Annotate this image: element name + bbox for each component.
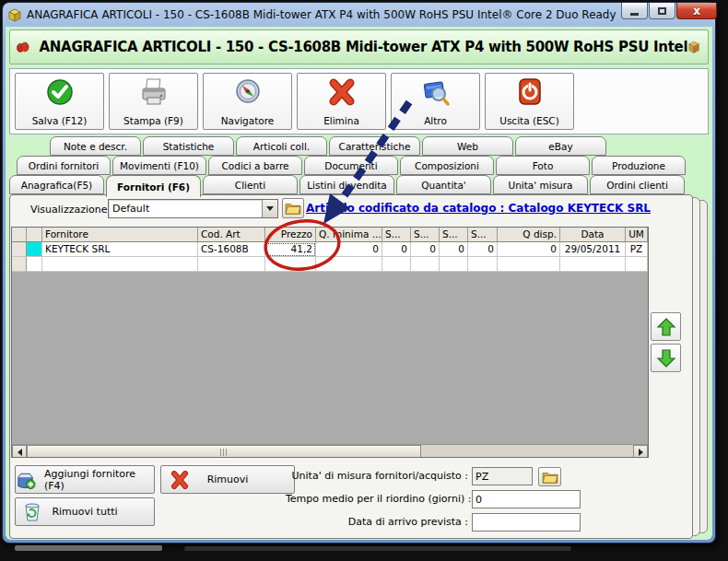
exit-button[interactable]: Uscita (ESC) (485, 73, 574, 130)
tab-anagrafica[interactable]: Anagrafica(F5) (9, 175, 104, 194)
cell-fornitore[interactable]: KEYTECK SRL (42, 242, 198, 257)
tab-listini-di-vendita[interactable]: Listini di vendita (299, 175, 394, 194)
cell-s1[interactable]: 0 (382, 242, 411, 257)
add-supplier-button[interactable]: Aggiungi fornitore (F4) (15, 465, 155, 494)
navigator-button-label: Navigatore (221, 115, 275, 126)
empty-cell[interactable] (42, 257, 198, 272)
empty-cell[interactable] (411, 257, 440, 272)
tab-ebay[interactable]: eBay (515, 136, 606, 156)
unit-of-measure-label: Unita' di misura fornitori/acquisto : (286, 470, 468, 482)
tab-codici-a-barre[interactable]: Codici a barre (208, 156, 302, 175)
strawberry-icon (16, 33, 30, 61)
move-up-button[interactable] (651, 312, 681, 341)
green-check-icon (45, 77, 75, 107)
navigator-button[interactable]: Navigatore (203, 73, 292, 130)
tab-quantita[interactable]: Quantita' (396, 175, 491, 194)
tab-fornitori-active[interactable]: Fornitori (F6) (106, 175, 201, 197)
recycle-bin-icon (23, 502, 41, 522)
scrollbar-track[interactable] (421, 445, 633, 458)
tab-unita-misura[interactable]: Unita' misura (493, 175, 588, 194)
tab-label: Articoli coll. (253, 141, 310, 152)
tab-row-1: Note e descr. Statistiche Articoli coll.… (50, 136, 608, 156)
view-combobox[interactable]: Default (108, 199, 278, 218)
empty-cell[interactable] (498, 257, 560, 272)
cell-cod-art[interactable]: CS-1608B (198, 242, 265, 257)
window-title: ANAGRAFICA ARTICOLI - 150 - CS-1608B Mid… (27, 8, 616, 21)
remove-all-button[interactable]: Rimuovi tutti (15, 497, 155, 526)
tab-documenti[interactable]: Documenti (304, 156, 398, 175)
header-s4: S... (468, 228, 498, 242)
cell-um[interactable]: PZ (626, 242, 648, 257)
tab-produzione[interactable]: Produzione (592, 156, 686, 175)
tab-label: Statistiche (163, 141, 215, 152)
tab-web[interactable]: Web (422, 136, 513, 156)
tab-clienti[interactable]: Clienti (203, 175, 298, 194)
green-arrow-down-icon (656, 348, 676, 368)
combobox-dropdown-button[interactable] (262, 200, 277, 217)
tab-statistiche[interactable]: Statistiche (143, 136, 234, 156)
empty-cell[interactable] (316, 257, 382, 272)
tab-label: Ordini clienti (606, 180, 668, 191)
minimize-icon (630, 13, 639, 16)
cell-s4[interactable]: 0 (468, 242, 498, 257)
cell-data[interactable]: 29/05/2011 (560, 242, 626, 257)
folder-icon (285, 202, 301, 215)
minimize-button[interactable] (621, 3, 648, 19)
header-prezzo: Prezzo (265, 228, 316, 242)
row-marker-cell[interactable] (27, 242, 42, 257)
package-box-icon (687, 32, 700, 62)
print-button[interactable]: Stampa (F9) (109, 73, 198, 130)
unit-of-measure-field[interactable] (472, 467, 533, 485)
more-button[interactable]: Altro (391, 73, 480, 130)
catalog-link[interactable]: Articolo codificato da catalogo : Catalo… (306, 202, 651, 215)
tab-label: Ordini fornitori (29, 160, 100, 171)
arrow-right-icon (639, 449, 643, 456)
empty-cell[interactable] (440, 257, 468, 272)
cell-q-minima[interactable]: 0 (316, 242, 382, 257)
tab-ordini-clienti[interactable]: Ordini clienti (590, 175, 685, 194)
view-folder-button[interactable] (282, 198, 304, 218)
empty-cell[interactable] (626, 257, 648, 272)
reorder-days-field[interactable] (472, 490, 581, 508)
background-window-fragment (184, 546, 571, 551)
cell-s3[interactable]: 0 (440, 242, 468, 257)
table-row-empty[interactable] (12, 257, 648, 272)
tab-articoli-coll[interactable]: Articoli coll. (236, 136, 327, 156)
tab-composizioni[interactable]: Composizioni (400, 156, 494, 175)
tab-note-e-descr[interactable]: Note e descr. (50, 136, 141, 156)
empty-cell[interactable] (198, 257, 265, 272)
power-icon (515, 77, 545, 107)
empty-cell[interactable] (382, 257, 411, 272)
row-selector-cell[interactable] (12, 257, 27, 272)
thumb-grip-icon (220, 449, 229, 456)
remove-supplier-button[interactable]: Rimuovi (160, 465, 295, 494)
save-button[interactable]: Salva (F12) (15, 73, 104, 130)
table-row[interactable]: KEYTECK SRL CS-1608B 41,2 0 0 0 0 0 0 29… (12, 242, 648, 257)
horizontal-scrollbar[interactable] (12, 444, 648, 458)
header-rowselector (12, 228, 27, 242)
move-down-button[interactable] (651, 344, 681, 372)
scroll-right-button[interactable] (633, 445, 648, 458)
tab-movimenti[interactable]: Movimenti (F10) (112, 156, 206, 175)
empty-cell[interactable] (265, 257, 316, 272)
row-selector-cell[interactable] (12, 242, 27, 257)
maximize-button[interactable] (649, 3, 675, 19)
scrollbar-thumb[interactable] (27, 445, 421, 458)
scroll-left-button[interactable] (12, 445, 27, 458)
tab-foto[interactable]: Foto (496, 156, 590, 175)
close-button[interactable]: x (676, 3, 717, 19)
tab-caratteristiche[interactable]: Caratteristiche (329, 136, 420, 156)
arrival-date-field[interactable] (472, 513, 581, 532)
unit-folder-button[interactable] (538, 467, 561, 486)
cell-prezzo-selected[interactable]: 41,2 (265, 242, 316, 257)
row-marker-cell[interactable] (27, 257, 42, 272)
chevron-down-icon (266, 206, 274, 211)
title-bar[interactable]: ANAGRAFICA ARTICOLI - 150 - CS-1608B Mid… (7, 5, 652, 25)
cell-s2[interactable]: 0 (411, 242, 440, 257)
delete-button[interactable]: Elimina (297, 73, 386, 130)
empty-cell[interactable] (560, 257, 626, 272)
empty-cell[interactable] (468, 257, 498, 272)
print-button-label: Stampa (F9) (123, 115, 183, 126)
cell-q-disp[interactable]: 0 (498, 242, 560, 257)
tab-ordini-fornitori[interactable]: Ordini fornitori (17, 156, 111, 175)
